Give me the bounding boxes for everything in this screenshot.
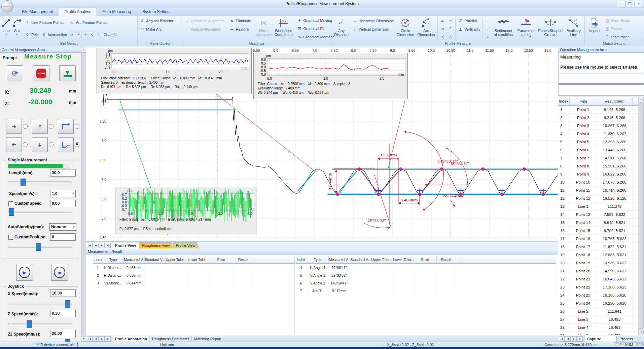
capture-row[interactable]: 4Point 411.330, 6.267 xyxy=(558,130,638,138)
next-page-button[interactable]: ▶ xyxy=(99,243,105,248)
table-row[interactable]: 3V.Distanc...0.644mm xyxy=(93,279,294,287)
feature-point-marker[interactable] xyxy=(542,193,545,196)
capture-row[interactable]: 11Point 1118.714, 6.268 xyxy=(558,186,638,194)
capture-row[interactable]: 14Point 137.589, 5.622 xyxy=(558,210,638,219)
angle-tool-button[interactable]: ⊿ xyxy=(439,26,446,31)
table-row[interactable]: 1H.Distanc...0.488mm xyxy=(93,264,294,272)
line-feature-points-button[interactable]: ∖Line Feature Points xyxy=(24,20,65,25)
angle-tool-button[interactable]: ◠ xyxy=(446,26,454,31)
column-header[interactable]: Type xyxy=(103,256,123,264)
angle-tool-button[interactable]: ∠ xyxy=(439,18,446,23)
speed-dropdown[interactable]: 1.0˅ xyxy=(50,190,76,197)
scroll-up-button[interactable]: ▲ xyxy=(639,97,644,102)
auto-standby-dropdown[interactable]: Nonuse˅ xyxy=(49,223,76,231)
feature-point-marker[interactable] xyxy=(336,193,339,196)
delete-segment-button[interactable]: × xyxy=(69,32,75,38)
capture-table-scrollbar[interactable]: ▲ ▼ xyxy=(638,97,644,335)
maximize-button[interactable]: ❐ xyxy=(625,1,634,7)
arc-point-marker[interactable] xyxy=(417,189,423,193)
chamfer-button[interactable]: ∟Chamfer xyxy=(96,32,119,37)
capture-row[interactable]: 17Point 1610.763, 5.622 xyxy=(558,235,638,243)
jog-up-button[interactable]: ➜ xyxy=(32,119,48,134)
app-orb-button[interactable] xyxy=(1,0,13,12)
feature-point-marker[interactable] xyxy=(523,168,526,171)
auxiliary-line-button[interactable]: L Auxiliary Line xyxy=(564,16,584,41)
next-page-button[interactable]: ▶ xyxy=(99,336,105,342)
capture-row[interactable]: 5Point 512.393, 6.266 xyxy=(558,138,638,146)
capture-row[interactable]: 7Point 714.511, 6.268 xyxy=(558,154,638,162)
capture-row[interactable]: 2Point 29.215, 6.266 xyxy=(558,114,638,122)
path-mode-1-button[interactable] xyxy=(58,119,74,134)
custom-speed-input[interactable]: 0.00 xyxy=(50,200,76,207)
capture-row[interactable]: 10Point 1017.676, 6.268 xyxy=(558,178,638,186)
capture-row[interactable]: 20Point 1913.935, 5.622 xyxy=(558,259,638,267)
restore-button[interactable]: ─Restore xyxy=(228,27,252,32)
arc-point-marker[interactable] xyxy=(375,189,382,193)
feature-point-marker[interactable] xyxy=(377,193,380,196)
angle-tool-button[interactable]: ∡ xyxy=(439,34,446,40)
graphical-montage-button[interactable]: ∿Graphical Montage xyxy=(295,34,336,40)
column-header[interactable]: Result xyxy=(234,256,253,264)
curve-right-button[interactable]: ↷ xyxy=(75,32,81,38)
column-header[interactable]: Upper Toler... xyxy=(371,256,393,264)
go-origin-button[interactable]: ⟳● xyxy=(7,65,23,81)
path-mode-2-button[interactable] xyxy=(58,137,74,152)
column-header[interactable]: Standard V... xyxy=(350,256,371,264)
tolerance-tool-button[interactable]: ⌄ xyxy=(484,35,492,39)
last-page-button[interactable]: ▶| xyxy=(577,336,583,342)
capture-row[interactable]: 6Point 613.448, 6.266 xyxy=(558,146,638,154)
stop-motion-button[interactable]: STOP xyxy=(33,65,49,81)
capture-row[interactable]: 16Point 159.702, 5.621 xyxy=(558,227,638,235)
table-row[interactable]: 4H.Angle 160°08'41" xyxy=(295,264,556,272)
column-header[interactable]: Type xyxy=(307,256,328,264)
prev-page-button[interactable]: ◀ xyxy=(565,336,571,342)
column-header[interactable]: Result(mm) xyxy=(597,97,632,106)
workpiece-coordinate-button[interactable]: Workpiece Coordinate xyxy=(274,16,294,41)
scroll-thumb[interactable] xyxy=(81,52,86,336)
capture-row[interactable]: 1Point 18.146, 6.266 xyxy=(558,106,638,114)
column-header[interactable]: Index xyxy=(558,97,569,106)
last-page-button[interactable]: ▶| xyxy=(105,243,111,248)
capture-row[interactable]: 12Point 1219.526, 6.128 xyxy=(558,194,638,202)
scroll-down-button[interactable]: ▼ xyxy=(81,336,86,342)
import-button[interactable]: Import xyxy=(585,16,604,41)
plain-roller-button[interactable]: ◊Plain roller xyxy=(604,34,631,40)
feature-point-marker[interactable] xyxy=(440,168,443,171)
prev-page-button[interactable]: ◀ xyxy=(93,243,99,248)
arc-tool-button[interactable]: Arc▾ xyxy=(11,16,22,41)
joystick-x-slider-track[interactable] xyxy=(8,303,72,305)
close-button[interactable]: × xyxy=(634,1,643,7)
speed-slider-track[interactable] xyxy=(8,211,72,213)
column-header[interactable]: Error xyxy=(209,256,234,264)
joystick-x-speed-input[interactable]: 10.00 xyxy=(50,289,76,297)
minimize-button[interactable]: – xyxy=(617,1,625,7)
left-panel-scrollbar[interactable]: ▲ ▼ xyxy=(81,47,86,342)
capture-row[interactable]: 26Line 2L11.641 xyxy=(558,307,638,315)
column-header[interactable]: Type xyxy=(569,97,597,106)
column-header[interactable]: Standard V... xyxy=(144,256,165,264)
capture-row[interactable]: 23Point 2217.106, 5.623 xyxy=(558,283,638,291)
jog-right-button[interactable]: ➜ xyxy=(6,119,22,134)
tab-roughness-view[interactable]: Roughness View xyxy=(139,242,174,248)
peach-shaped-groove-button[interactable]: LL Peach Shaped Groove xyxy=(537,16,564,41)
arc-dimension-button[interactable]: r Arc Dimension xyxy=(416,16,437,41)
tolerance-tool-button[interactable]: ⌄ xyxy=(484,27,492,31)
capture-row[interactable]: 29Line 5L0.459 xyxy=(558,332,638,335)
column-header[interactable]: Result xyxy=(436,256,456,264)
capture-row[interactable]: 25Point 2419.230, 5.620 xyxy=(558,299,638,307)
capture-row[interactable]: 8Point 815.561, 6.266 xyxy=(558,162,638,170)
prev-page-button[interactable]: ◀ xyxy=(93,336,99,342)
curve-left-button[interactable]: ↶ xyxy=(83,32,89,38)
custom-speed-checkbox[interactable] xyxy=(8,201,13,206)
any-distance-button[interactable]: ↕+ Any Distance xyxy=(332,16,351,41)
joystick-z2-speed-input[interactable]: 20.00 xyxy=(50,330,76,337)
capture-row[interactable]: 3Point 310.267, 6.266 xyxy=(558,122,638,130)
table-row[interactable]: 5V.Angle 129°33'02" xyxy=(295,271,556,279)
first-page-button[interactable]: |◀ xyxy=(559,336,565,342)
column-header[interactable]: Upper Toler... xyxy=(165,256,187,264)
feature-point-marker[interactable] xyxy=(399,168,402,171)
custom-position-checkbox[interactable] xyxy=(8,235,13,240)
parallel-button[interactable]: //Parallel xyxy=(457,18,481,24)
capture-row[interactable]: 9Point 916.622, 6.266 xyxy=(558,170,638,178)
capture-row[interactable]: 13Line 1L11.379 xyxy=(558,202,638,210)
